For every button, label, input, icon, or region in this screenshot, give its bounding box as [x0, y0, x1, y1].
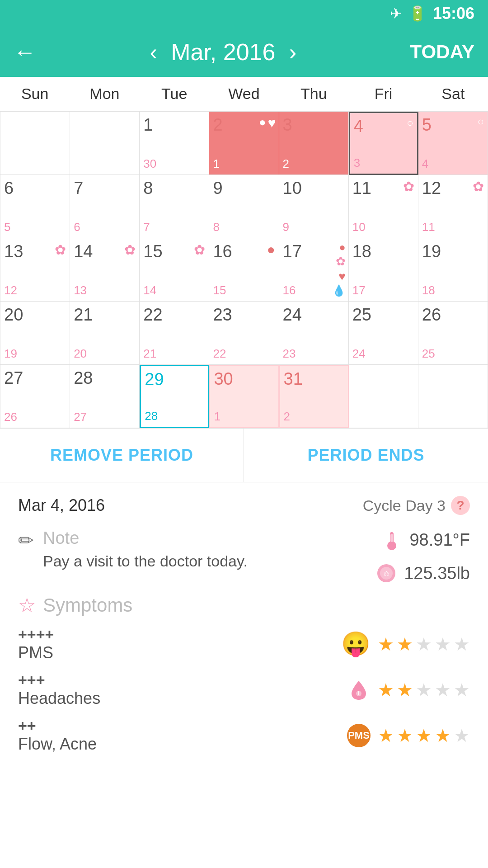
bottom-buttons: REMOVE PERIOD PERIOD ENDS [0, 428, 488, 482]
headaches-stars: ★ ★ ★ ★ ★ [378, 679, 470, 700]
thermometer-icon [380, 528, 403, 551]
symptom-pms: ++++ PMS 😛 ★ ★ ★ ★ ★ [18, 626, 470, 662]
month-title: Mar, 2016 [171, 38, 275, 66]
remove-period-button[interactable]: REMOVE PERIOD [0, 429, 244, 482]
cal-cell-31[interactable]: 31 2 [279, 365, 349, 428]
heart-pink-icon: ♥ [338, 269, 345, 283]
symptom-flow-left: ++ Flow, Acne [18, 717, 97, 754]
star-3: ★ [416, 679, 432, 700]
pms-intensity: ++++ [18, 626, 54, 643]
star-4: ★ [435, 725, 451, 746]
star-3: ★ [416, 725, 432, 746]
symptom-pms-left: ++++ PMS [18, 626, 54, 662]
next-month-button[interactable]: › [289, 39, 296, 65]
month-navigation: ‹ Mar, 2016 › [150, 38, 297, 66]
cal-cell-24[interactable]: 24 23 [279, 302, 349, 365]
cal-cell-8[interactable]: 8 7 [140, 175, 209, 238]
cal-cell-27[interactable]: 27 26 [0, 365, 70, 428]
star-2: ★ [397, 725, 413, 746]
star-5: ★ [454, 634, 470, 655]
star-1: ★ [378, 634, 394, 655]
cal-cell-20[interactable]: 20 19 [0, 302, 70, 365]
flower-icon: ✿ [194, 242, 205, 257]
day-sun: Sun [0, 77, 70, 111]
note-content: Note Pay a visit to the doctor today. [43, 528, 248, 570]
star-4: ★ [435, 634, 451, 655]
cal-cell-6[interactable]: 6 5 [0, 175, 70, 238]
dot-outline-icon: ○ [407, 117, 413, 129]
flow-intensity: ++ [18, 717, 97, 735]
symptoms-label: Symptoms [43, 594, 132, 616]
symptom-headaches-right: i ★ ★ ★ ★ ★ [347, 678, 470, 702]
cal-cell-7[interactable]: 7 6 [70, 175, 140, 238]
metrics-right: 98.91°F ⚖ 125.35lb [375, 528, 470, 585]
pms-name: PMS [18, 643, 54, 662]
cal-cell-21[interactable]: 21 20 [70, 302, 140, 365]
svg-text:⚖: ⚖ [384, 570, 389, 577]
pencil-icon: ✏ [18, 529, 34, 552]
symptoms-section: ☆ Symptoms ++++ PMS 😛 ★ ★ ★ ★ ★ [18, 594, 470, 754]
drop-symptom-icon: i [347, 678, 371, 702]
calendar-grid: 1 30 2 ● ♥ 1 3 2 4 ○ 3 5 ○ 4 6 5 7 6 8 7 [0, 111, 488, 428]
cal-cell-17[interactable]: 17 ● ✿ ♥ 💧 16 [279, 238, 349, 302]
flow-stars: ★ ★ ★ ★ ★ [378, 725, 470, 746]
cal-cell-14[interactable]: 14 ✿ 13 [70, 238, 140, 302]
flower-icon: ✿ [403, 179, 414, 194]
cal-cell-19[interactable]: 19 18 [418, 238, 488, 302]
cal-cell-13[interactable]: 13 ✿ 12 [0, 238, 70, 302]
cycle-day-label: Cycle Day 3 [363, 497, 446, 514]
cal-cell-30[interactable]: 30 1 [209, 365, 279, 428]
filled-dot-icon: ● [267, 242, 275, 257]
star-4: ★ [435, 679, 451, 700]
today-button[interactable]: TODAY [410, 41, 474, 63]
symptom-flow-right: PMS ★ ★ ★ ★ ★ [347, 724, 470, 747]
cal-cell-3[interactable]: 3 2 [279, 112, 349, 175]
note-text: Pay a visit to the doctor today. [43, 552, 248, 570]
cal-cell-15[interactable]: 15 ✿ 14 [140, 238, 209, 302]
cal-cell-12[interactable]: 12 ✿ 11 [418, 175, 488, 238]
cal-cell-4-today[interactable]: 4 ○ 3 [349, 112, 418, 175]
cal-cell-29-selected[interactable]: 29 28 [140, 365, 209, 428]
cal-cell-28[interactable]: 28 27 [70, 365, 140, 428]
symptom-headaches: +++ Headaches i ★ ★ ★ ★ ★ [18, 671, 470, 708]
headaches-intensity: +++ [18, 671, 100, 689]
cal-cell-23[interactable]: 23 22 [209, 302, 279, 365]
back-button[interactable]: ← [14, 39, 36, 65]
status-icons: ✈ 🔋 15:06 [390, 4, 474, 23]
note-area: ✏ Note Pay a visit to the doctor today. [18, 528, 375, 570]
detail-header: Mar 4, 2016 Cycle Day 3 ? [18, 496, 470, 515]
drop-icon: 💧 [332, 284, 346, 297]
cycle-help-button[interactable]: ? [451, 496, 470, 515]
cal-cell-empty [349, 365, 418, 428]
day-sat: Sat [418, 77, 488, 111]
cal-cell-5[interactable]: 5 ○ 4 [418, 112, 488, 175]
note-row: ✏ Note Pay a visit to the doctor today. [18, 528, 375, 570]
symptom-headaches-left: +++ Headaches [18, 671, 100, 708]
flower-icon: ✿ [124, 242, 136, 257]
period-ends-button[interactable]: PERIOD ENDS [244, 429, 488, 482]
cal-cell-16[interactable]: 16 ● 15 [209, 238, 279, 302]
cal-cell-11[interactable]: 11 ✿ 10 [349, 175, 418, 238]
cal-cell-22[interactable]: 22 21 [140, 302, 209, 365]
cal-cell-1[interactable]: 1 30 [140, 112, 209, 175]
star-2: ★ [397, 634, 413, 655]
day-headers: Sun Mon Tue Wed Thu Fri Sat [0, 77, 488, 111]
prev-month-button[interactable]: ‹ [150, 39, 158, 65]
headaches-name: Headaches [18, 689, 100, 708]
detail-cycle: Cycle Day 3 ? [363, 496, 470, 515]
cal-cell-18[interactable]: 18 17 [349, 238, 418, 302]
airplane-icon: ✈ [390, 5, 402, 22]
pms-emoji-icon: 😛 [341, 630, 371, 658]
cal-cell-9[interactable]: 9 8 [209, 175, 279, 238]
scale-icon: ⚖ [375, 562, 398, 585]
cal-cell-2[interactable]: 2 ● ♥ 1 [209, 112, 279, 175]
temperature-row: 98.91°F [380, 528, 470, 551]
weight-value: 125.35lb [404, 564, 470, 583]
note-label: Note [43, 528, 248, 548]
day-mon: Mon [70, 77, 139, 111]
cal-cell-26[interactable]: 26 25 [418, 302, 488, 365]
star-1: ★ [378, 679, 394, 700]
cal-cell-10[interactable]: 10 9 [279, 175, 349, 238]
cal-cell-25[interactable]: 25 24 [349, 302, 418, 365]
weight-row: ⚖ 125.35lb [375, 562, 470, 585]
